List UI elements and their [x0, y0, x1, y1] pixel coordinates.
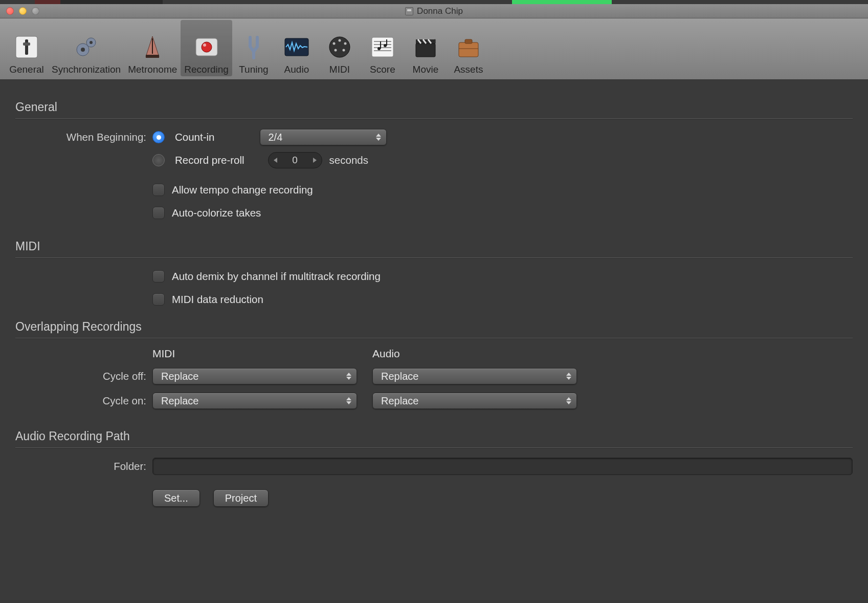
folder-field[interactable]: [152, 458, 853, 475]
tab-midi[interactable]: MIDI: [318, 20, 361, 76]
svg-rect-2: [23, 42, 30, 46]
stepper-arrows-icon: [566, 373, 571, 380]
count-in-select[interactable]: 2/4: [260, 129, 387, 145]
project-button[interactable]: Project: [213, 489, 269, 507]
window-title-text: Donna Chip: [417, 6, 463, 16]
content-area: General When Beginning: Count-in 2/4 Rec…: [0, 80, 868, 532]
window-title: Donna Chip: [0, 6, 868, 16]
section-title-midi: MIDI: [15, 240, 853, 253]
cycle-off-label: Cycle off:: [15, 370, 152, 382]
svg-point-12: [203, 44, 206, 47]
preroll-value: 0: [292, 155, 298, 166]
midi-port-icon: [326, 33, 353, 61]
tab-label: Metronome: [128, 64, 177, 75]
section-title-path: Audio Recording Path: [15, 429, 853, 443]
slider-icon: [13, 33, 40, 61]
preroll-radio[interactable]: [152, 154, 165, 166]
count-in-radio[interactable]: [152, 131, 165, 143]
midi-cycle-on-select[interactable]: Replace: [152, 393, 357, 409]
window-above-strip: [0, 0, 868, 4]
stepper-arrows-icon: [376, 134, 381, 141]
tab-synchronization[interactable]: Synchronization: [48, 20, 124, 76]
tab-assets[interactable]: Assets: [447, 20, 490, 76]
tab-movie[interactable]: Movie: [404, 20, 447, 76]
document-icon: [405, 7, 413, 15]
allow-tempo-label: Allow tempo change recording: [172, 184, 313, 196]
divider: [15, 338, 853, 338]
tab-label: Tuning: [239, 64, 268, 75]
audio-cycle-off-select[interactable]: Replace: [372, 368, 577, 384]
overlap-midi-header: MIDI: [152, 348, 360, 360]
svg-rect-37: [465, 39, 472, 44]
stepper-arrows-icon: [566, 397, 571, 404]
stepper-arrows-icon: [346, 373, 351, 380]
tab-label: General: [9, 64, 44, 75]
record-icon: [193, 33, 220, 61]
svg-point-11: [202, 42, 212, 52]
svg-rect-30: [416, 44, 435, 57]
preroll-stepper[interactable]: 0: [268, 152, 322, 168]
auto-demix-label: Auto demix by channel if multitrack reco…: [172, 270, 381, 283]
cycle-on-label: Cycle on:: [15, 395, 152, 407]
tuning-fork-icon: [240, 33, 268, 61]
svg-point-17: [332, 42, 335, 45]
tab-label: MIDI: [329, 64, 350, 75]
overlap-audio-header: Audio: [372, 348, 580, 360]
auto-demix-checkbox[interactable]: [152, 270, 165, 283]
divider: [15, 447, 853, 448]
svg-point-16: [338, 39, 341, 42]
waveform-icon: [283, 33, 310, 61]
midi-cycle-on-value: Replace: [161, 395, 198, 407]
score-icon: [369, 33, 396, 61]
divider: [15, 257, 853, 258]
gears-icon: [73, 33, 100, 61]
svg-point-18: [344, 42, 346, 45]
increment-icon: [313, 158, 317, 163]
divider: [15, 118, 853, 119]
tab-label: Recording: [184, 64, 229, 75]
auto-colorize-checkbox[interactable]: [152, 207, 165, 219]
midi-data-reduction-checkbox[interactable]: [152, 293, 165, 306]
midi-data-reduction-label: MIDI data reduction: [172, 293, 263, 306]
tab-audio[interactable]: Audio: [275, 20, 318, 76]
svg-point-19: [334, 49, 337, 52]
svg-point-5: [81, 48, 85, 52]
audio-cycle-off-value: Replace: [381, 371, 418, 382]
decrement-icon: [274, 158, 277, 163]
count-in-value: 2/4: [269, 132, 283, 143]
audio-cycle-on-value: Replace: [381, 395, 418, 407]
svg-rect-21: [372, 37, 393, 57]
preroll-label: Record pre-roll: [175, 154, 244, 166]
metronome-icon: [139, 33, 166, 61]
svg-rect-8: [146, 55, 159, 58]
tab-recording[interactable]: Recording: [181, 20, 232, 76]
tab-label: Assets: [454, 64, 483, 75]
tab-label: Movie: [413, 64, 439, 75]
count-in-label: Count-in: [175, 131, 215, 143]
tab-label: Score: [370, 64, 395, 75]
preroll-suffix: seconds: [329, 154, 368, 166]
tab-label: Synchronization: [52, 64, 121, 75]
auto-colorize-label: Auto-colorize takes: [172, 207, 261, 219]
tab-tuning[interactable]: Tuning: [232, 20, 275, 76]
titlebar: Donna Chip: [0, 4, 868, 18]
preferences-toolbar: General Synchronization Metronome Record…: [0, 18, 868, 80]
briefcase-icon: [455, 33, 482, 61]
tab-score[interactable]: Score: [361, 20, 404, 76]
tab-label: Audio: [284, 64, 309, 75]
section-title-general: General: [15, 100, 853, 114]
folder-label: Folder:: [15, 460, 152, 472]
svg-point-20: [342, 49, 345, 52]
set-button[interactable]: Set...: [152, 489, 200, 507]
allow-tempo-checkbox[interactable]: [152, 184, 165, 196]
section-title-overlap: Overlapping Recordings: [15, 320, 853, 334]
when-beginning-label: When Beginning:: [15, 131, 152, 143]
svg-rect-1: [25, 39, 28, 55]
tab-general[interactable]: General: [5, 20, 48, 76]
midi-cycle-off-select[interactable]: Replace: [152, 368, 357, 384]
clapperboard-icon: [412, 33, 439, 61]
svg-point-6: [90, 41, 93, 44]
audio-cycle-on-select[interactable]: Replace: [372, 393, 577, 409]
tab-metronome[interactable]: Metronome: [124, 20, 181, 76]
svg-rect-36: [459, 42, 478, 57]
